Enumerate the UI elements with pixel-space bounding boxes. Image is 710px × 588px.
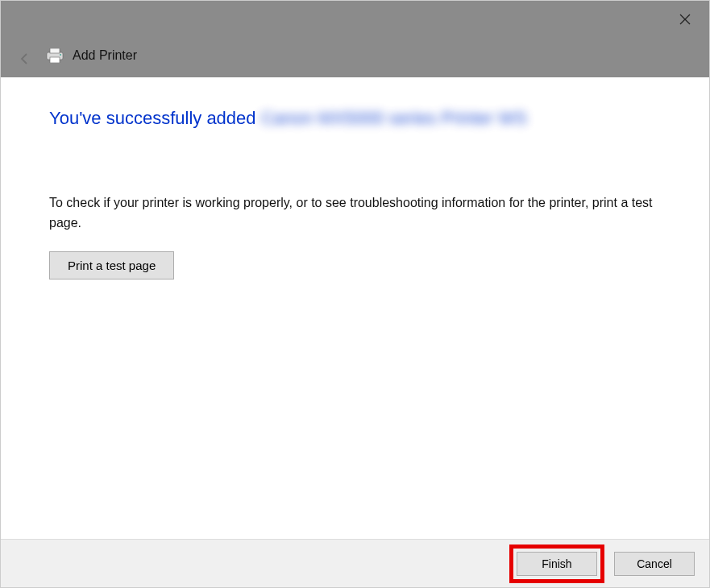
close-icon: [679, 14, 691, 25]
wizard-content: You've successfully added Canon MX5000 s…: [1, 77, 709, 539]
instruction-text: To check if your printer is working prop…: [49, 193, 661, 234]
window-title: Add Printer: [73, 48, 137, 63]
printer-name-blurred: Canon MX5000 series Printer WS: [261, 108, 527, 129]
finish-button[interactable]: Finish: [517, 552, 597, 576]
success-heading: You've successfully added Canon MX5000 s…: [49, 108, 661, 129]
add-printer-wizard-window: Add Printer You've successfully added Ca…: [0, 0, 710, 588]
cancel-button[interactable]: Cancel: [614, 552, 695, 576]
close-button[interactable]: [673, 7, 697, 31]
svg-rect-3: [50, 48, 60, 53]
back-button: [15, 49, 35, 68]
print-test-page-button[interactable]: Print a test page: [49, 251, 174, 280]
printer-icon: [45, 48, 64, 63]
svg-point-5: [60, 54, 61, 56]
finish-button-highlight: Finish: [509, 545, 604, 583]
titlebar: Add Printer: [1, 1, 709, 77]
back-arrow-icon: [18, 52, 32, 66]
heading-prefix: You've successfully added: [49, 108, 261, 128]
svg-rect-4: [50, 57, 60, 63]
wizard-footer: Finish Cancel: [1, 539, 709, 587]
